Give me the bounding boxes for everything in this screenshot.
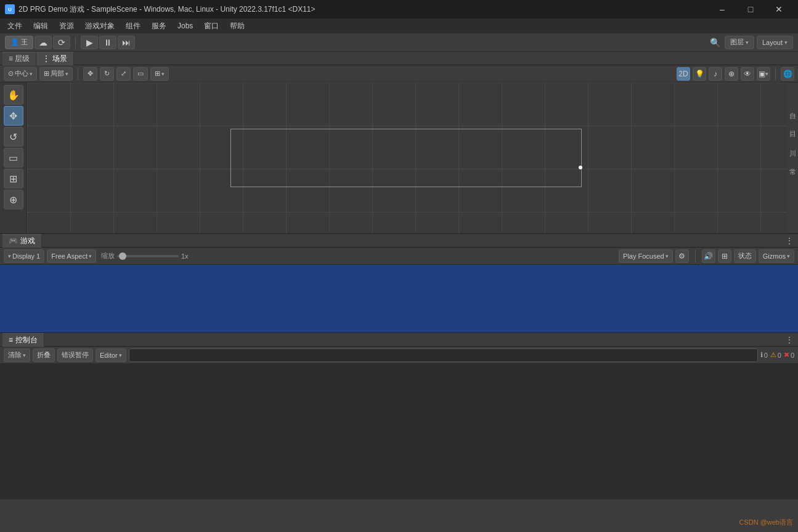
history-button[interactable]: ⟳ bbox=[53, 36, 70, 49]
menu-item-文件[interactable]: 文件 bbox=[2, 20, 27, 33]
rotate-tool-left[interactable]: ↺ bbox=[4, 127, 23, 147]
error-count: 0 bbox=[791, 352, 794, 359]
layers-dropdown[interactable]: 图层 ▾ bbox=[725, 36, 754, 49]
menu-item-编辑[interactable]: 编辑 bbox=[28, 20, 53, 33]
scale-label: 缩放 bbox=[101, 251, 115, 260]
layers-arrow: ▾ bbox=[746, 39, 749, 46]
left-tool-panel: ✋ ✥ ↺ ▭ ⊞ ⊕ bbox=[0, 83, 27, 233]
custom-tool[interactable]: ⊕ bbox=[4, 190, 23, 209]
console-tab-label: 控制台 bbox=[15, 335, 38, 345]
game-icon: 🎮 bbox=[9, 236, 18, 245]
account-icon: 👤 bbox=[10, 38, 19, 46]
gizmos-dropdown[interactable]: Gizmos ▾ bbox=[759, 249, 794, 263]
menu-item-组件[interactable]: 组件 bbox=[121, 20, 145, 33]
display-arrow: ▾ bbox=[8, 253, 11, 259]
mute-button[interactable]: 🔊 bbox=[702, 249, 715, 263]
tab-console[interactable]: ≡ 控制台 bbox=[2, 333, 44, 347]
aspect-arrow: ▾ bbox=[89, 253, 92, 259]
center-label: 中心 bbox=[15, 69, 28, 78]
effects-icon: ⊕ bbox=[728, 70, 735, 78]
rotate-tool[interactable]: ↻ bbox=[100, 67, 114, 81]
tab-hierarchy[interactable]: ≡ 层级 bbox=[2, 52, 36, 65]
minimize-button[interactable]: – bbox=[708, 0, 736, 18]
light-toggle[interactable]: 💡 bbox=[693, 67, 706, 81]
layers-label: 图层 bbox=[730, 38, 744, 47]
local-dropdown[interactable]: ⊞ 局部 ▾ bbox=[39, 67, 73, 81]
2d-toggle[interactable]: 2D bbox=[677, 67, 690, 81]
console-more-button[interactable]: ⋮ bbox=[783, 334, 796, 346]
game-more-button[interactable]: ⋮ bbox=[783, 235, 796, 247]
account-label: 王 bbox=[21, 38, 28, 47]
game-settings-button[interactable]: ⚙ bbox=[675, 249, 689, 263]
center-dropdown[interactable]: ⊙ 中心 ▾ bbox=[4, 67, 37, 81]
menu-item-帮助[interactable]: 帮助 bbox=[225, 20, 250, 33]
menu-item-窗口[interactable]: 窗口 bbox=[199, 20, 224, 33]
aspect-dropdown[interactable]: Free Aspect ▾ bbox=[47, 249, 96, 263]
transform-move-tool[interactable]: ✥ bbox=[4, 106, 23, 126]
search-button[interactable]: 🔍 bbox=[709, 36, 722, 49]
select-icon: ⊞ bbox=[9, 173, 17, 185]
menu-item-服务[interactable]: 服务 bbox=[147, 20, 171, 33]
hand-tool[interactable]: ✋ bbox=[4, 85, 23, 105]
display-dropdown[interactable]: ▾ Display 1 bbox=[4, 249, 44, 263]
gizmos-label: Gizmos bbox=[763, 252, 786, 260]
game-panel: 🎮 游戏 ⋮ ▾ Display 1 Free Aspect ▾ 缩放 1x P… bbox=[0, 233, 798, 332]
game-toolbar: ▾ Display 1 Free Aspect ▾ 缩放 1x Play Foc… bbox=[0, 248, 798, 265]
visible-toggle[interactable]: 👁 bbox=[741, 67, 754, 81]
main-toolbar: 👤 王 ☁ ⟳ ▶ ⏸ ⏭ 🔍 图层 ▾ Layout ▾ bbox=[0, 33, 798, 52]
globe-icon: 🌐 bbox=[783, 70, 792, 78]
close-button[interactable]: ✕ bbox=[765, 0, 793, 18]
pause-icon: ⏸ bbox=[104, 38, 112, 47]
stats-icon: ⊞ bbox=[722, 252, 728, 260]
scale-slider[interactable] bbox=[117, 255, 179, 257]
layout-arrow: ▾ bbox=[784, 39, 788, 46]
audio-icon: ♪ bbox=[714, 70, 717, 78]
rect-tool[interactable]: ▭ bbox=[133, 67, 148, 81]
render-toggle[interactable]: ▣ ▾ bbox=[757, 67, 770, 81]
select-tool[interactable]: ⊞ bbox=[4, 169, 23, 188]
stats-button[interactable]: ⊞ bbox=[718, 249, 731, 263]
right-label-panel: 自 目 川 常 bbox=[787, 83, 798, 233]
maximize-button[interactable]: □ bbox=[736, 0, 765, 18]
settings-icon: ⚙ bbox=[678, 252, 685, 260]
tab-game[interactable]: 🎮 游戏 bbox=[2, 234, 42, 248]
warning-badge: ⚠ 0 bbox=[770, 351, 781, 359]
step-button[interactable]: ⏭ bbox=[118, 36, 135, 49]
console-panel: ≡ 控制台 ⋮ 清除 ▾ 折叠 错误暂停 Editor ▾ ℹ 0 ⚠ 0 ✖ bbox=[0, 332, 798, 499]
effects-toggle[interactable]: ⊕ bbox=[725, 67, 738, 81]
globe-button[interactable]: 🌐 bbox=[781, 67, 794, 81]
collapse-button[interactable]: 折叠 bbox=[33, 349, 55, 362]
scene-camera-rect bbox=[230, 129, 582, 187]
window-title: 2D PRG Demo 游戏 - SampleScene - Windows, … bbox=[18, 4, 704, 15]
console-icon: ≡ bbox=[9, 336, 13, 344]
editor-dropdown[interactable]: Editor ▾ bbox=[96, 349, 126, 362]
error-pause-button[interactable]: 错误暂停 bbox=[57, 349, 93, 362]
cloud-button[interactable]: ☁ bbox=[35, 36, 52, 49]
audio-toggle[interactable]: ♪ bbox=[709, 67, 722, 81]
scene-object-dot bbox=[579, 166, 582, 169]
status-button[interactable]: 状态 bbox=[734, 249, 756, 263]
layout-dropdown[interactable]: Layout ▾ bbox=[757, 36, 793, 49]
step-icon: ⏭ bbox=[122, 38, 131, 47]
snap-tool[interactable]: ⊞ ▾ bbox=[150, 67, 169, 81]
play-focused-dropdown[interactable]: Play Focused ▾ bbox=[619, 249, 673, 263]
hand-icon: ✋ bbox=[7, 89, 20, 101]
move-tool[interactable]: ✥ bbox=[83, 67, 97, 81]
warning-count: 0 bbox=[778, 352, 781, 359]
menu-item-Jobs[interactable]: Jobs bbox=[173, 20, 198, 31]
scale-tool[interactable]: ⤢ bbox=[116, 67, 131, 81]
app-icon: U bbox=[5, 4, 15, 14]
console-search-input[interactable] bbox=[129, 349, 758, 362]
pause-button[interactable]: ⏸ bbox=[99, 36, 116, 49]
rect-icon: ▭ bbox=[137, 70, 144, 78]
visible-icon: 👁 bbox=[744, 70, 751, 78]
error-icon: ✖ bbox=[784, 351, 789, 359]
menu-item-资源[interactable]: 资源 bbox=[54, 20, 79, 33]
scale-thumb[interactable] bbox=[119, 252, 126, 260]
clear-button[interactable]: 清除 ▾ bbox=[4, 349, 30, 362]
tab-scene[interactable]: ⋮ 场景 bbox=[36, 52, 73, 65]
menu-item-游戏对象[interactable]: 游戏对象 bbox=[80, 20, 120, 33]
play-button[interactable]: ▶ bbox=[81, 36, 98, 49]
account-button[interactable]: 👤 王 bbox=[5, 36, 33, 49]
rect-tool-left[interactable]: ▭ bbox=[4, 148, 23, 167]
